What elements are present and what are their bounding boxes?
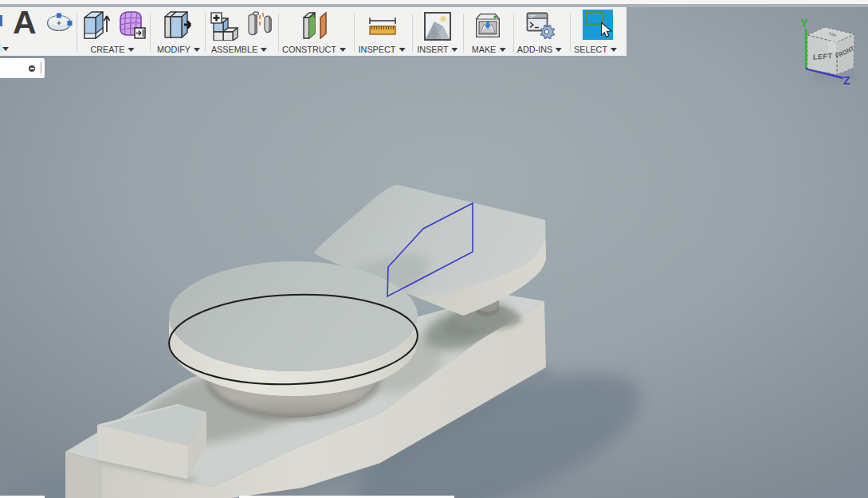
svg-text:LEFT: LEFT — [813, 52, 833, 61]
svg-text:Y: Y — [800, 17, 808, 29]
svg-text:Z: Z — [843, 74, 850, 87]
